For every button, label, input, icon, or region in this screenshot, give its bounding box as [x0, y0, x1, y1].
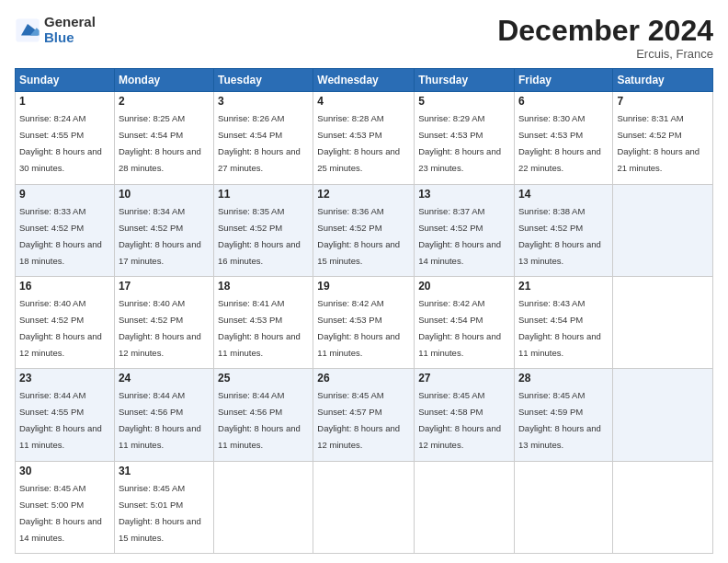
calendar-cell: 7Sunrise: 8:31 AMSunset: 4:52 PMDaylight… — [613, 92, 713, 184]
day-number: 5 — [418, 95, 510, 108]
day-info: Sunrise: 8:28 AMSunset: 4:53 PMDaylight:… — [317, 113, 400, 173]
calendar-cell: 9Sunrise: 8:33 AMSunset: 4:52 PMDaylight… — [16, 184, 115, 276]
calendar-week-row: 16Sunrise: 8:40 AMSunset: 4:52 PMDayligh… — [16, 276, 713, 368]
calendar-cell: 12Sunrise: 8:36 AMSunset: 4:52 PMDayligh… — [313, 184, 415, 276]
calendar-cell: 28Sunrise: 8:45 AMSunset: 4:59 PMDayligh… — [514, 369, 612, 461]
day-number: 13 — [418, 188, 510, 201]
calendar-week-row: 9Sunrise: 8:33 AMSunset: 4:52 PMDaylight… — [16, 184, 713, 276]
calendar-week-row: 30Sunrise: 8:45 AMSunset: 5:00 PMDayligh… — [16, 461, 713, 553]
day-number: 25 — [218, 372, 309, 385]
day-info: Sunrise: 8:42 AMSunset: 4:54 PMDaylight:… — [418, 298, 501, 358]
location: Ercuis, France — [497, 47, 713, 61]
calendar-cell: 16Sunrise: 8:40 AMSunset: 4:52 PMDayligh… — [16, 276, 115, 368]
calendar-cell — [613, 276, 713, 368]
day-info: Sunrise: 8:41 AMSunset: 4:53 PMDaylight:… — [218, 298, 301, 358]
logo: General Blue — [15, 15, 96, 45]
calendar-cell: 10Sunrise: 8:34 AMSunset: 4:52 PMDayligh… — [114, 184, 213, 276]
day-info: Sunrise: 8:33 AMSunset: 4:52 PMDaylight:… — [19, 206, 102, 266]
day-info: Sunrise: 8:43 AMSunset: 4:54 PMDaylight:… — [518, 298, 601, 358]
calendar-cell: 18Sunrise: 8:41 AMSunset: 4:53 PMDayligh… — [214, 276, 313, 368]
calendar: SundayMondayTuesdayWednesdayThursdayFrid… — [15, 68, 713, 554]
calendar-cell — [313, 461, 415, 553]
day-number: 28 — [518, 372, 609, 385]
day-number: 4 — [317, 95, 410, 108]
day-info: Sunrise: 8:45 AMSunset: 5:01 PMDaylight:… — [119, 483, 201, 543]
logo-icon — [15, 17, 40, 43]
day-info: Sunrise: 8:45 AMSunset: 5:00 PMDaylight:… — [19, 483, 102, 543]
day-info: Sunrise: 8:42 AMSunset: 4:53 PMDaylight:… — [317, 298, 400, 358]
day-number: 3 — [218, 95, 309, 108]
calendar-cell: 31Sunrise: 8:45 AMSunset: 5:01 PMDayligh… — [114, 461, 213, 553]
day-number: 26 — [317, 372, 410, 385]
day-number: 18 — [218, 280, 309, 293]
col-header-tuesday: Tuesday — [214, 69, 313, 92]
day-number: 27 — [418, 372, 510, 385]
calendar-cell: 3Sunrise: 8:26 AMSunset: 4:54 PMDaylight… — [214, 92, 313, 184]
day-number: 11 — [218, 188, 309, 201]
day-info: Sunrise: 8:29 AMSunset: 4:53 PMDaylight:… — [418, 113, 501, 173]
day-number: 24 — [119, 372, 210, 385]
calendar-cell — [415, 461, 515, 553]
calendar-cell: 26Sunrise: 8:45 AMSunset: 4:57 PMDayligh… — [313, 369, 415, 461]
day-number: 19 — [317, 280, 410, 293]
calendar-cell: 24Sunrise: 8:44 AMSunset: 4:56 PMDayligh… — [114, 369, 213, 461]
calendar-week-row: 23Sunrise: 8:44 AMSunset: 4:55 PMDayligh… — [16, 369, 713, 461]
day-info: Sunrise: 8:45 AMSunset: 4:58 PMDaylight:… — [418, 390, 501, 450]
calendar-cell — [214, 461, 313, 553]
day-number: 10 — [119, 188, 210, 201]
day-number: 17 — [119, 280, 210, 293]
logo-text: General Blue — [44, 15, 96, 45]
calendar-cell: 2Sunrise: 8:25 AMSunset: 4:54 PMDaylight… — [114, 92, 213, 184]
calendar-cell: 23Sunrise: 8:44 AMSunset: 4:55 PMDayligh… — [16, 369, 115, 461]
day-number: 23 — [19, 372, 110, 385]
day-number: 1 — [19, 95, 110, 108]
col-header-sunday: Sunday — [16, 69, 115, 92]
day-number: 21 — [518, 280, 609, 293]
logo-general: General — [44, 15, 96, 30]
day-info: Sunrise: 8:35 AMSunset: 4:52 PMDaylight:… — [218, 206, 301, 266]
calendar-cell: 20Sunrise: 8:42 AMSunset: 4:54 PMDayligh… — [415, 276, 515, 368]
calendar-cell: 30Sunrise: 8:45 AMSunset: 5:00 PMDayligh… — [16, 461, 115, 553]
day-info: Sunrise: 8:34 AMSunset: 4:52 PMDaylight:… — [119, 206, 201, 266]
day-info: Sunrise: 8:40 AMSunset: 4:52 PMDaylight:… — [19, 298, 102, 358]
calendar-cell: 6Sunrise: 8:30 AMSunset: 4:53 PMDaylight… — [514, 92, 612, 184]
day-number: 12 — [317, 188, 410, 201]
calendar-cell — [613, 184, 713, 276]
col-header-friday: Friday — [514, 69, 612, 92]
col-header-monday: Monday — [114, 69, 213, 92]
calendar-cell — [514, 461, 612, 553]
calendar-cell: 19Sunrise: 8:42 AMSunset: 4:53 PMDayligh… — [313, 276, 415, 368]
col-header-wednesday: Wednesday — [313, 69, 415, 92]
calendar-cell — [613, 461, 713, 553]
day-info: Sunrise: 8:25 AMSunset: 4:54 PMDaylight:… — [119, 113, 201, 173]
page: General Blue December 2024 Ercuis, Franc… — [0, 0, 728, 563]
calendar-cell: 4Sunrise: 8:28 AMSunset: 4:53 PMDaylight… — [313, 92, 415, 184]
calendar-header-row: SundayMondayTuesdayWednesdayThursdayFrid… — [16, 69, 713, 92]
calendar-cell: 27Sunrise: 8:45 AMSunset: 4:58 PMDayligh… — [415, 369, 515, 461]
header: General Blue December 2024 Ercuis, Franc… — [15, 15, 713, 61]
day-number: 9 — [19, 188, 110, 201]
day-info: Sunrise: 8:40 AMSunset: 4:52 PMDaylight:… — [119, 298, 201, 358]
day-number: 20 — [418, 280, 510, 293]
day-number: 6 — [518, 95, 609, 108]
calendar-week-row: 1Sunrise: 8:24 AMSunset: 4:55 PMDaylight… — [16, 92, 713, 184]
col-header-thursday: Thursday — [415, 69, 515, 92]
day-number: 7 — [617, 95, 709, 108]
calendar-cell: 21Sunrise: 8:43 AMSunset: 4:54 PMDayligh… — [514, 276, 612, 368]
calendar-cell — [613, 369, 713, 461]
calendar-cell: 11Sunrise: 8:35 AMSunset: 4:52 PMDayligh… — [214, 184, 313, 276]
col-header-saturday: Saturday — [613, 69, 713, 92]
day-number: 31 — [119, 465, 210, 477]
day-info: Sunrise: 8:37 AMSunset: 4:52 PMDaylight:… — [418, 206, 501, 266]
calendar-cell: 1Sunrise: 8:24 AMSunset: 4:55 PMDaylight… — [16, 92, 115, 184]
day-number: 2 — [119, 95, 210, 108]
day-info: Sunrise: 8:24 AMSunset: 4:55 PMDaylight:… — [19, 113, 102, 173]
calendar-cell: 13Sunrise: 8:37 AMSunset: 4:52 PMDayligh… — [415, 184, 515, 276]
title-block: December 2024 Ercuis, France — [497, 15, 713, 61]
day-info: Sunrise: 8:31 AMSunset: 4:52 PMDaylight:… — [617, 113, 700, 173]
day-info: Sunrise: 8:44 AMSunset: 4:56 PMDaylight:… — [119, 390, 201, 450]
calendar-cell: 14Sunrise: 8:38 AMSunset: 4:52 PMDayligh… — [514, 184, 612, 276]
day-info: Sunrise: 8:45 AMSunset: 4:57 PMDaylight:… — [317, 390, 400, 450]
day-number: 16 — [19, 280, 110, 293]
month-title: December 2024 — [497, 15, 713, 47]
